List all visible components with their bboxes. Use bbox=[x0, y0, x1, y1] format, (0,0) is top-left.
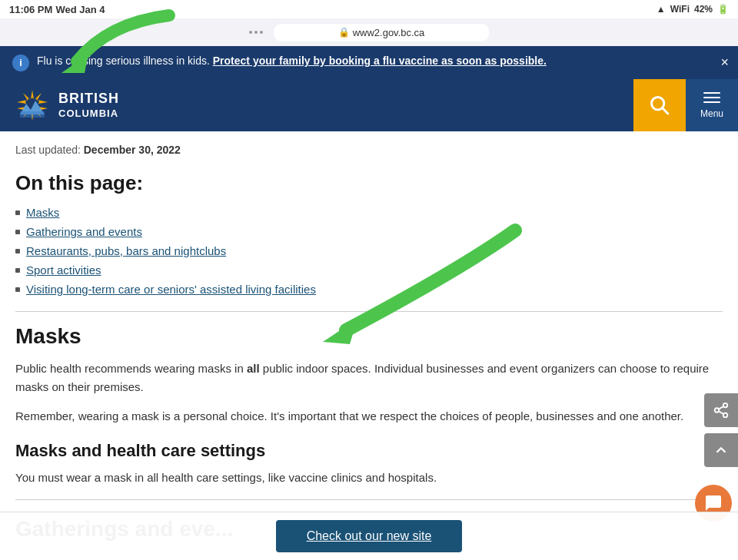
toc-link-restaurants[interactable]: Restaurants, pubs, bars and nightclubs bbox=[26, 244, 226, 257]
bc-crest-logo bbox=[12, 85, 52, 125]
masks-body-before: Public health recommends wearing masks i… bbox=[15, 362, 247, 375]
last-updated-date: December 30, 2022 bbox=[84, 144, 181, 156]
menu-label: Menu bbox=[700, 108, 723, 119]
logo-line1: BRITISH bbox=[58, 91, 119, 108]
svg-point-6 bbox=[723, 403, 728, 408]
toc-link-gatherings[interactable]: Gatherings and events bbox=[26, 225, 142, 238]
toc-link-sports[interactable]: Sport activities bbox=[26, 263, 101, 277]
toc-bullet bbox=[15, 268, 20, 273]
section-divider bbox=[15, 311, 723, 312]
svg-line-9 bbox=[719, 411, 723, 414]
url-input[interactable]: 🔒 www2.gov.bc.ca bbox=[274, 24, 489, 41]
logo-area[interactable]: BRITISH COLUMBIA bbox=[0, 79, 131, 131]
search-button[interactable] bbox=[633, 79, 686, 131]
url-text: www2.gov.bc.ca bbox=[353, 27, 425, 38]
site-header: BRITISH COLUMBIA Menu bbox=[0, 79, 738, 131]
logo-text: BRITISH COLUMBIA bbox=[58, 91, 119, 119]
header-right: Menu bbox=[633, 79, 738, 131]
lock-icon: 🔒 bbox=[338, 27, 350, 38]
svg-point-4 bbox=[652, 98, 664, 110]
list-item: Visiting long-term care or seniors' assi… bbox=[15, 283, 723, 296]
status-bar: 11:06 PM Wed Jan 4 ▲ WiFi 42% 🔋 bbox=[0, 0, 738, 18]
float-buttons bbox=[704, 393, 738, 467]
status-time: 11:06 PM bbox=[9, 4, 52, 15]
svg-rect-3 bbox=[20, 111, 45, 118]
masks-heading: Masks bbox=[15, 324, 723, 349]
search-icon bbox=[649, 94, 670, 116]
signal-icon: ▲ bbox=[657, 4, 666, 15]
chat-icon bbox=[704, 494, 723, 512]
battery-icon: 🔋 bbox=[717, 4, 729, 15]
list-item: Sport activities bbox=[15, 263, 723, 277]
table-of-contents: Masks Gatherings and events Restaurants,… bbox=[15, 206, 723, 296]
svg-point-8 bbox=[723, 413, 728, 418]
masks-body-1: Public health recommends wearing masks i… bbox=[15, 360, 723, 396]
new-site-button[interactable]: Check out our new site bbox=[276, 520, 463, 552]
hamburger-icon bbox=[703, 92, 720, 103]
list-item: Restaurants, pubs, bars and nightclubs bbox=[15, 244, 723, 257]
masks-healthcare-body: You must wear a mask in all health care … bbox=[15, 469, 723, 487]
toc-link-ltc[interactable]: Visiting long-term care or seniors' assi… bbox=[26, 283, 316, 296]
masks-bold: all bbox=[247, 362, 260, 375]
logo-line2: COLUMBIA bbox=[58, 108, 119, 120]
section-divider-2 bbox=[15, 499, 723, 500]
list-item: Gatherings and events bbox=[15, 225, 723, 238]
svg-line-5 bbox=[663, 108, 669, 114]
status-date: Wed Jan 4 bbox=[55, 4, 105, 15]
alert-text-container: Flu is causing serious illness in kids. … bbox=[37, 54, 707, 69]
on-this-page-heading: On this page: bbox=[15, 171, 723, 195]
masks-body-2: Remember, wearing a mask is a personal c… bbox=[15, 407, 723, 426]
toc-bullet bbox=[15, 287, 20, 292]
masks-healthcare-heading: Masks and health care settings bbox=[15, 441, 723, 461]
alert-banner: i Flu is causing serious illness in kids… bbox=[0, 46, 738, 79]
svg-line-10 bbox=[719, 406, 723, 409]
list-item: Masks bbox=[15, 206, 723, 219]
share-icon bbox=[713, 402, 730, 419]
url-bar[interactable]: 🔒 www2.gov.bc.ca bbox=[0, 18, 738, 46]
last-updated-label: Last updated: bbox=[15, 144, 81, 156]
wifi-icon: WiFi bbox=[670, 4, 690, 15]
share-button[interactable] bbox=[704, 393, 738, 427]
alert-body-text: Flu is causing serious illness in kids. bbox=[37, 55, 210, 67]
svg-point-7 bbox=[715, 408, 720, 413]
bottom-cta-bar: Check out our new site bbox=[0, 512, 738, 560]
alert-link[interactable]: Protect your family by booking a flu vac… bbox=[213, 55, 547, 67]
scroll-top-button[interactable] bbox=[704, 433, 738, 467]
last-updated: Last updated: December 30, 2022 bbox=[15, 144, 723, 156]
scroll-top-icon bbox=[713, 442, 730, 459]
toc-link-masks[interactable]: Masks bbox=[26, 206, 59, 219]
status-time-date: 11:06 PM Wed Jan 4 bbox=[9, 4, 105, 15]
alert-close-button[interactable]: × bbox=[720, 53, 729, 72]
battery-level: 42% bbox=[694, 4, 713, 15]
toc-bullet bbox=[15, 210, 20, 215]
main-content: Last updated: December 30, 2022 On this … bbox=[0, 131, 738, 560]
status-icons: ▲ WiFi 42% 🔋 bbox=[657, 4, 729, 15]
toc-bullet bbox=[15, 249, 20, 253]
toc-bullet bbox=[15, 230, 20, 234]
alert-info-icon: i bbox=[12, 55, 29, 71]
menu-button[interactable]: Menu bbox=[686, 79, 738, 131]
